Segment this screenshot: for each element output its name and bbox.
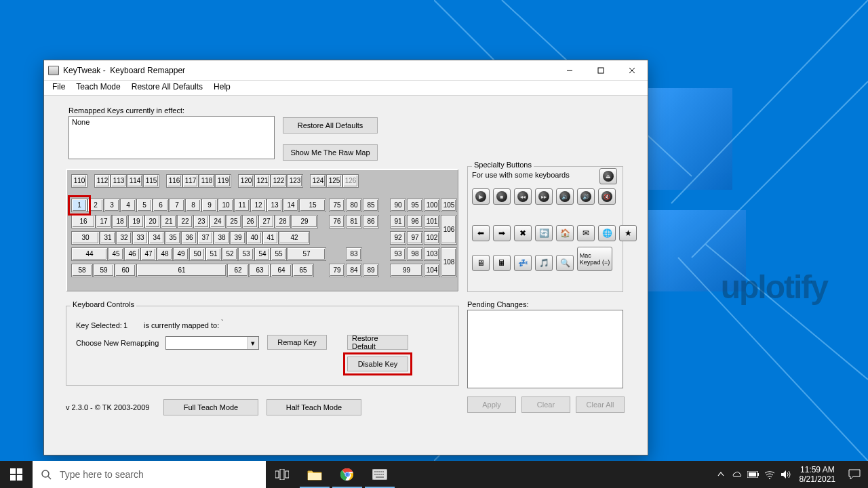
key-18[interactable]: 18 [113, 216, 127, 228]
tray-wifi[interactable] [762, 461, 778, 488]
key-122[interactable]: 122 [271, 175, 286, 187]
key-76[interactable]: 76 [330, 216, 344, 228]
key-9[interactable]: 9 [202, 199, 217, 211]
key-75[interactable]: 75 [330, 199, 344, 211]
key-98[interactable]: 98 [408, 248, 422, 260]
key-49[interactable]: 49 [174, 248, 189, 260]
key-8[interactable]: 8 [186, 199, 201, 211]
key-81[interactable]: 81 [347, 216, 361, 228]
key-80[interactable]: 80 [347, 199, 361, 211]
spec-back-button[interactable]: ⬅ [472, 225, 490, 241]
clear-button[interactable]: Clear [521, 396, 570, 413]
key-42[interactable]: 42 [279, 232, 309, 244]
spec-refresh-button[interactable]: 🔄 [535, 225, 553, 241]
key-123[interactable]: 123 [288, 175, 302, 187]
tray-onedrive[interactable] [729, 461, 745, 488]
taskbar-chrome[interactable] [331, 461, 363, 488]
key-17[interactable]: 17 [96, 216, 111, 228]
key-95[interactable]: 95 [408, 199, 422, 211]
key-12[interactable]: 12 [251, 199, 266, 211]
key-11[interactable]: 11 [235, 199, 250, 211]
spec-vol-up-button[interactable]: 🔊 [577, 188, 595, 205]
key-110[interactable]: 110 [72, 175, 87, 187]
spec-prev-button[interactable]: ◂◂ [514, 188, 532, 205]
key-86[interactable]: 86 [363, 216, 378, 228]
key-14[interactable]: 14 [283, 199, 298, 211]
key-33[interactable]: 33 [133, 232, 148, 244]
key-125[interactable]: 125 [327, 175, 342, 187]
spec-mac-keypad-button[interactable]: Mac Keypad (=) [577, 247, 612, 271]
key-89[interactable]: 89 [363, 264, 378, 277]
key-114[interactable]: 114 [127, 175, 142, 187]
menu-restore-defaults[interactable]: Restore All Defaults [126, 81, 208, 95]
key-34[interactable]: 34 [149, 232, 164, 244]
disable-key-button[interactable]: Disable Key [347, 357, 408, 371]
spec-next-button[interactable]: ▸▸ [535, 188, 553, 205]
key-63[interactable]: 63 [250, 264, 270, 277]
key-51[interactable]: 51 [206, 248, 221, 260]
spec-mycomputer-button[interactable]: 🖥 [472, 255, 490, 271]
key-112[interactable]: 112 [95, 175, 110, 187]
start-button[interactable] [0, 461, 33, 488]
key-65[interactable]: 65 [293, 264, 313, 277]
key-113[interactable]: 113 [111, 175, 126, 187]
clear-all-button[interactable]: Clear All [576, 396, 625, 413]
key-3[interactable]: 3 [104, 199, 119, 211]
key-15[interactable]: 15 [300, 199, 326, 211]
key-93[interactable]: 93 [391, 248, 406, 260]
key-2[interactable]: 2 [88, 199, 103, 211]
key-39[interactable]: 39 [231, 232, 245, 244]
spec-forward-button[interactable]: ➡ [493, 225, 511, 241]
menu-help[interactable]: Help [208, 81, 236, 95]
key-10[interactable]: 10 [218, 199, 233, 211]
remapping-combo[interactable]: ▾ [165, 336, 259, 350]
spec-media-button[interactable]: 🎵 [535, 255, 553, 271]
key-83[interactable]: 83 [347, 248, 361, 260]
key-121[interactable]: 121 [255, 175, 270, 187]
key-59[interactable]: 59 [94, 264, 114, 277]
key-101[interactable]: 101 [425, 216, 439, 228]
spec-mail-button[interactable]: ✉ [577, 225, 595, 241]
key-22[interactable]: 22 [178, 216, 193, 228]
maximize-button[interactable] [585, 60, 616, 81]
key-13[interactable]: 13 [267, 199, 282, 211]
key-53[interactable]: 53 [239, 248, 254, 260]
key-126[interactable]: 126 [343, 175, 358, 187]
spec-vol-down-button[interactable]: 🔉 [556, 188, 574, 205]
spec-home-button[interactable]: 🏠 [556, 225, 574, 241]
key-106[interactable]: 106 [441, 216, 456, 244]
spec-web-button[interactable]: 🌐 [598, 225, 616, 241]
key-115[interactable]: 115 [144, 175, 159, 187]
key-108[interactable]: 108 [441, 248, 456, 277]
key-97[interactable]: 97 [408, 232, 422, 244]
key-45[interactable]: 45 [108, 248, 123, 260]
key-40[interactable]: 40 [247, 232, 262, 244]
apply-button[interactable]: Apply [467, 396, 516, 413]
spec-eject-button[interactable]: ⏏ [599, 168, 617, 184]
key-32[interactable]: 32 [117, 232, 132, 244]
spec-search-button[interactable]: 🔍 [556, 255, 574, 271]
key-54[interactable]: 54 [255, 248, 270, 260]
action-center[interactable] [841, 469, 868, 480]
key-30[interactable]: 30 [72, 232, 99, 244]
key-61[interactable]: 61 [137, 264, 226, 277]
key-38[interactable]: 38 [214, 232, 229, 244]
spec-stop-nav-button[interactable]: ✖ [514, 225, 532, 241]
key-92[interactable]: 92 [391, 232, 406, 244]
tray-volume[interactable] [778, 461, 794, 488]
key-46[interactable]: 46 [125, 248, 140, 260]
key-60[interactable]: 60 [115, 264, 136, 277]
spec-mute-button[interactable]: 🔇 [598, 188, 616, 205]
key-55[interactable]: 55 [271, 248, 286, 260]
key-79[interactable]: 79 [330, 264, 344, 277]
taskbar-file-explorer[interactable] [298, 461, 331, 488]
key-64[interactable]: 64 [271, 264, 292, 277]
key-48[interactable]: 48 [157, 248, 172, 260]
key-23[interactable]: 23 [194, 216, 209, 228]
key-20[interactable]: 20 [145, 216, 160, 228]
key-120[interactable]: 120 [239, 175, 254, 187]
key-117[interactable]: 117 [183, 175, 198, 187]
key-100[interactable]: 100 [425, 199, 439, 211]
key-26[interactable]: 26 [243, 216, 258, 228]
key-5[interactable]: 5 [137, 199, 152, 211]
